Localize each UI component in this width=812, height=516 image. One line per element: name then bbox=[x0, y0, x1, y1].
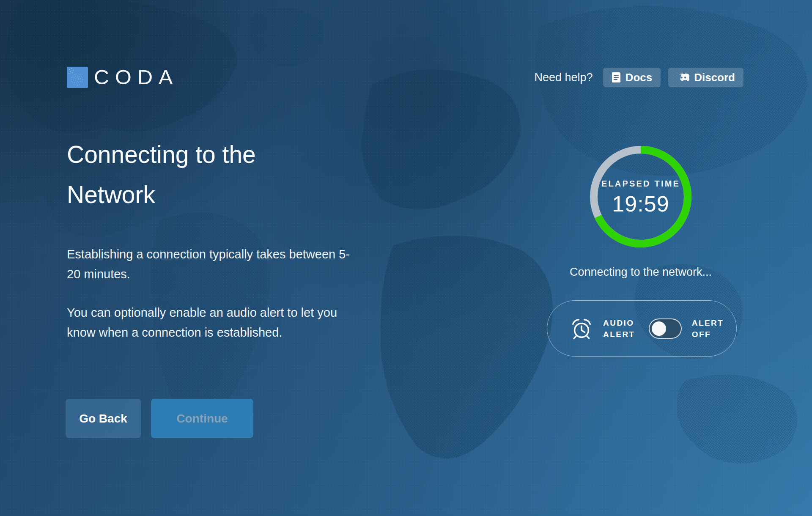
description: Establishing a connection typically take… bbox=[67, 244, 351, 343]
page-title: Connecting to the Network bbox=[67, 134, 333, 215]
docs-button[interactable]: Docs bbox=[603, 68, 661, 87]
coda-logo-icon bbox=[67, 67, 88, 88]
audio-alert-panel: AUDIO ALERT ALERT OFF bbox=[547, 300, 737, 357]
elapsed-time-ring: ELAPSED TIME 19:59 bbox=[590, 146, 691, 247]
discord-button-label: Discord bbox=[694, 71, 735, 84]
elapsed-time-label: ELAPSED TIME bbox=[601, 179, 680, 189]
description-line-2: You can optionally enable an audio alert… bbox=[67, 303, 351, 343]
action-buttons: Go Back Continue bbox=[66, 399, 253, 438]
connect-screen: CODA Need help? Docs bbox=[0, 0, 812, 516]
audio-alert-toggle[interactable] bbox=[649, 318, 682, 339]
description-line-1: Establishing a connection typically take… bbox=[67, 244, 351, 284]
toggle-knob bbox=[652, 321, 666, 336]
coda-wordmark: CODA bbox=[94, 67, 178, 88]
status-message: Connecting to the network... bbox=[535, 266, 746, 279]
alert-state-label: ALERT OFF bbox=[692, 317, 724, 340]
elapsed-time-value: 19:59 bbox=[612, 191, 669, 217]
discord-button[interactable]: Discord bbox=[668, 68, 743, 87]
continue-button[interactable]: Continue bbox=[151, 399, 253, 438]
docs-button-label: Docs bbox=[625, 71, 653, 84]
audio-alert-label: AUDIO ALERT bbox=[603, 317, 635, 340]
alarm-clock-icon bbox=[570, 317, 593, 340]
docs-icon bbox=[612, 72, 621, 83]
need-help-label: Need help? bbox=[534, 71, 593, 84]
discord-icon bbox=[677, 72, 689, 82]
go-back-button[interactable]: Go Back bbox=[66, 399, 141, 438]
elapsed-time-readout: ELAPSED TIME 19:59 bbox=[590, 146, 691, 247]
help-row: Need help? Docs Discord bbox=[534, 68, 743, 87]
coda-logo: CODA bbox=[67, 67, 178, 88]
